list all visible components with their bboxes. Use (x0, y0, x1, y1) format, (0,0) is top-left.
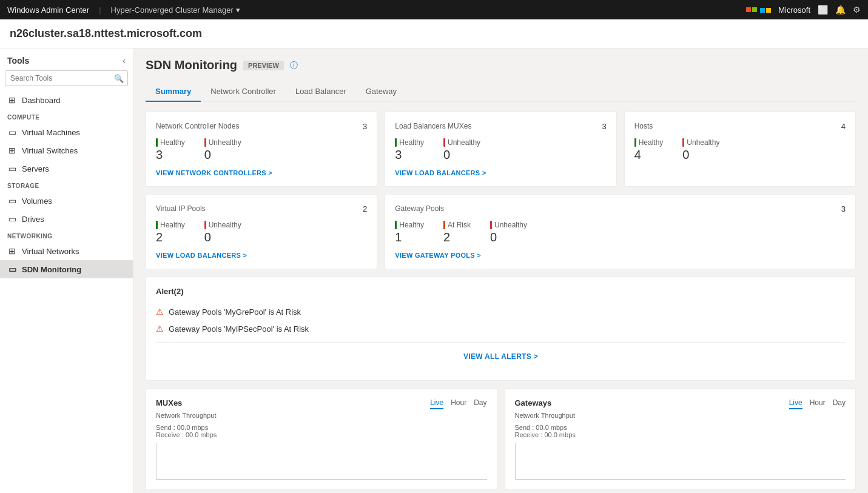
microsoft-logo (746, 7, 771, 13)
healthy-bar (634, 138, 636, 147)
hosts-healthy-value: 4 (634, 148, 664, 162)
alert-item-1: ⚠ Gateway Pools 'MyGrePool' is At Risk (156, 303, 846, 320)
vm-icon: ▭ (7, 127, 17, 137)
vip-unhealthy-value: 0 (204, 230, 241, 244)
gateways-tab-day[interactable]: Day (833, 398, 846, 409)
screen-icon[interactable]: ⬜ (818, 5, 828, 15)
vip-healthy-value: 2 (156, 230, 185, 244)
card-gateway-pools: Gateway Pools 3 Healthy 1 At R (385, 194, 856, 269)
sidebar-collapse-button[interactable]: ‹ (123, 56, 126, 65)
sidebar-item-volumes[interactable]: ▭ Volumes (0, 192, 133, 210)
gateways-tab-live[interactable]: Live (789, 398, 802, 409)
page-header: SDN Monitoring PREVIEW ⓘ (146, 58, 856, 72)
page-title: SDN Monitoring (146, 58, 237, 72)
gateways-subtitle: Network Throughput (515, 412, 846, 419)
cluster-manager[interactable]: Hyper-Converged Cluster Manager ▾ (111, 5, 240, 15)
topbar-right: Microsoft ⬜ 🔔 ⚙ (746, 5, 861, 15)
unhealthy-bar (490, 221, 492, 229)
muxes-receive: Receive : 00.0 mbps (156, 431, 487, 438)
search-icon: 🔍 (110, 74, 127, 83)
alert-item-2: ⚠ Gateway Pools 'MyIPSecPool' is At Risk (156, 320, 846, 337)
muxes-tab-hour[interactable]: Hour (451, 398, 466, 409)
search-input[interactable] (5, 71, 110, 86)
volumes-icon: ▭ (7, 196, 17, 206)
muxes-chart (156, 443, 487, 480)
muxes-title: MUXes (156, 398, 182, 407)
sidebar-item-sdn-monitoring[interactable]: ▭ SDN Monitoring (0, 260, 133, 278)
main-content: SDN Monitoring PREVIEW ⓘ Summary Network… (133, 49, 868, 493)
info-icon[interactable]: ⓘ (290, 60, 298, 71)
networking-section-label: NETWORKING (0, 228, 133, 242)
card-hosts: Hosts 4 Healthy 4 Unhealthy (624, 112, 856, 187)
settings-icon[interactable]: ⚙ (853, 5, 861, 15)
view-vip-link[interactable]: VIEW LOAD BALANCERS > (156, 252, 367, 259)
unhealthy-bar (204, 221, 206, 229)
throughput-card-gateways: Gateways Live Hour Day Network Throughpu… (505, 388, 856, 490)
stat-lb-healthy: Healthy 3 (395, 138, 424, 162)
muxes-send: Send : 00.0 mbps (156, 424, 487, 431)
hosts-unhealthy-value: 0 (682, 148, 719, 162)
sidebar-item-label: SDN Monitoring (22, 265, 81, 274)
sidebar-item-label: Volumes (22, 196, 52, 206)
card-lb-count: 3 (602, 122, 606, 131)
healthy-bar (395, 138, 397, 147)
sidebar-item-label: Virtual Machines (22, 128, 80, 137)
sidebar: Tools ‹ 🔍 ⊞ Dashboard COMPUTE ▭ Virtual … (0, 49, 133, 493)
tools-label: Tools (7, 56, 29, 65)
alert-text-1: Gateway Pools 'MyGrePool' is At Risk (169, 307, 301, 317)
muxes-tab-live[interactable]: Live (430, 398, 443, 409)
healthy-bar (395, 221, 397, 229)
lb-healthy-value: 3 (395, 148, 424, 162)
muxes-tab-day[interactable]: Day (474, 398, 486, 409)
card-nc-count: 3 (363, 122, 367, 131)
search-box: 🔍 (5, 70, 128, 86)
tab-load-balancer[interactable]: Load Balancer (286, 82, 356, 102)
sidebar-item-virtual-switches[interactable]: ⊞ Virtual Switches (0, 141, 133, 159)
sdn-icon: ▭ (7, 264, 17, 274)
unhealthy-bar (443, 138, 445, 147)
sidebar-item-dashboard[interactable]: ⊞ Dashboard (0, 91, 133, 109)
view-load-balancers-link[interactable]: VIEW LOAD BALANCERS > (395, 169, 606, 176)
healthy-bar (156, 138, 158, 147)
alerts-card: Alert(2) ⚠ Gateway Pools 'MyGrePool' is … (146, 277, 856, 381)
view-all-alerts-button[interactable]: VIEW ALL ALERTS > (156, 342, 846, 371)
stat-vip-healthy: Healthy 2 (156, 221, 185, 244)
sidebar-item-servers[interactable]: ▭ Servers (0, 159, 133, 178)
sidebar-item-virtual-machines[interactable]: ▭ Virtual Machines (0, 123, 133, 141)
throughput-card-muxes: MUXes Live Hour Day Network Throughput S… (146, 388, 497, 490)
drives-icon: ▭ (7, 214, 17, 224)
card-hosts-title: Hosts (634, 122, 653, 130)
card-load-balancers: Load Balancers MUXes 3 Healthy 3 (385, 112, 616, 187)
warning-icon-2: ⚠ (156, 324, 164, 334)
stat-vip-unhealthy: Unhealthy 0 (204, 221, 241, 244)
gateways-tab-hour[interactable]: Hour (810, 398, 826, 409)
gp-healthy-value: 1 (395, 230, 424, 244)
cards-row-1: Network Controller Nodes 3 Healthy 3 (146, 112, 856, 187)
stat-gp-at-risk: At Risk 2 (443, 221, 471, 244)
sidebar-item-virtual-networks[interactable]: ⊞ Virtual Networks (0, 242, 133, 260)
cluster-name: n26cluster.sa18.nttest.microsoft.com (10, 27, 202, 40)
stat-gp-healthy: Healthy 1 (395, 221, 424, 244)
at-risk-bar (443, 221, 445, 229)
storage-section-label: STORAGE (0, 178, 133, 192)
microsoft-label: Microsoft (778, 5, 810, 15)
tab-network-controller[interactable]: Network Controller (201, 82, 286, 102)
compute-section-label: COMPUTE (0, 109, 133, 123)
stat-nc-healthy: Healthy 3 (156, 138, 185, 162)
sidebar-item-drives[interactable]: ▭ Drives (0, 210, 133, 228)
view-network-controllers-link[interactable]: VIEW NETWORK CONTROLLERS > (156, 169, 367, 176)
notification-icon[interactable]: 🔔 (835, 5, 846, 15)
warning-icon-1: ⚠ (156, 307, 164, 317)
tab-gateway[interactable]: Gateway (356, 82, 406, 102)
lb-unhealthy-value: 0 (443, 148, 480, 162)
tab-summary[interactable]: Summary (146, 82, 201, 102)
card-hosts-count: 4 (841, 122, 846, 131)
switch-icon: ⊞ (7, 146, 17, 155)
gateways-tabs: Live Hour Day (789, 398, 846, 409)
dashboard-icon: ⊞ (7, 95, 17, 105)
network-icon: ⊞ (7, 246, 17, 256)
cluster-bar: n26cluster.sa18.nttest.microsoft.com (0, 19, 868, 49)
view-gateway-pools-link[interactable]: VIEW GATEWAY POOLS > (395, 252, 846, 259)
stat-hosts-unhealthy: Unhealthy 0 (682, 138, 719, 162)
card-lb-title: Load Balancers MUXes (395, 122, 471, 130)
